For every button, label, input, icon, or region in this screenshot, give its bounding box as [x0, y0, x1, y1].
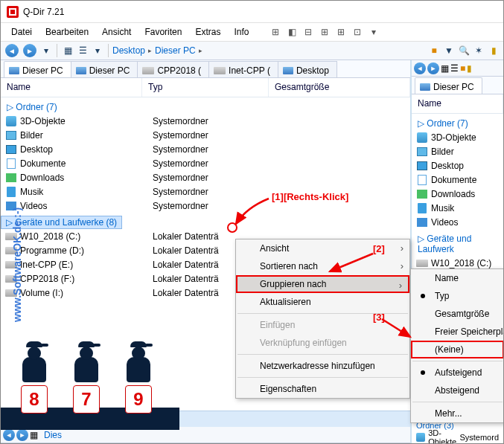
view-icon[interactable]: ▦ [441, 63, 449, 74]
pc-icon [283, 67, 293, 74]
music-icon [7, 187, 16, 197]
list-item: VideosSystemordner [1, 199, 410, 213]
downloads-icon [6, 173, 16, 182]
ctx-gruppieren[interactable]: Gruppieren nach [236, 275, 409, 293]
toolbar: ◄ ► ▾ ▦ ☰ ▾ Desktop ▸ Dieser PC ▸ ■ ▼ 🔍 … [1, 41, 503, 60]
tab-desktop[interactable]: Desktop [278, 61, 337, 77]
sub-absteigend[interactable]: Absteigend [411, 382, 504, 399]
nav-back[interactable]: ◄ [4, 42, 20, 59]
menu-bearbeiten[interactable]: Bearbeiten [39, 25, 95, 39]
app-icon [7, 6, 19, 18]
color-icon[interactable]: ■ [460, 63, 465, 74]
list-item: Dokumente [412, 173, 503, 187]
layout-icon-6[interactable]: ⊡ [351, 25, 364, 39]
menu-favoriten[interactable]: Favoriten [138, 25, 188, 39]
menubar: Datei Bearbeiten Ansicht Favoriten Extra… [1, 23, 503, 41]
menu-extras[interactable]: Extras [189, 25, 226, 39]
chevron-right-icon[interactable]: ▸ [148, 47, 152, 54]
layout-icon-7[interactable]: ▾ [367, 25, 380, 39]
ctx-eigenschaften[interactable]: Eigenschaften [236, 380, 409, 398]
layout-icon-2[interactable]: ◧ [285, 25, 299, 39]
breadcrumb-seg-1[interactable]: Desktop [112, 45, 145, 56]
list-item: Downloads [412, 187, 503, 201]
pictures-icon [6, 131, 16, 140]
downloads-icon [417, 190, 427, 199]
chevron-right-icon[interactable]: ▸ [199, 47, 202, 54]
sub-aufsteigend[interactable]: Aufsteigend [411, 364, 504, 382]
column-headers: Name Typ Gesamtgröße [1, 78, 410, 97]
menu-ansicht[interactable]: Ansicht [96, 25, 137, 39]
view-icon[interactable]: ▦ [30, 430, 38, 440]
nav-fwd-icon[interactable]: ► [427, 62, 439, 74]
group-ordner-r[interactable]: ▷ Ordner (7) [412, 117, 503, 130]
view-list-icon[interactable]: ☰ [450, 63, 459, 74]
column-headers-right: Name [412, 94, 503, 114]
3d-icon [417, 132, 427, 143]
bullet-icon [421, 370, 425, 375]
nav-fwd[interactable]: ► [22, 42, 38, 59]
layout-icon-5[interactable]: ⊞ [334, 25, 348, 39]
sub-gesamtgroesse[interactable]: Gesamtgröße [411, 305, 504, 323]
layout-icon-4[interactable]: ⊞ [318, 25, 331, 39]
tab-dieser-pc-1[interactable]: Dieser PC [4, 61, 71, 77]
pane-right-toolbar: ◄ ► ▦ ☰ ■ ▮ [412, 60, 503, 77]
sub-freier[interactable]: Freier Speicherplat [411, 323, 504, 341]
drive-icon [416, 260, 428, 267]
score-card: 8 [21, 385, 48, 414]
note-icon[interactable]: ▮ [467, 63, 472, 74]
col-size[interactable]: Gesamtgröße [269, 78, 410, 97]
ctx-sortieren[interactable]: Sortieren nach [236, 257, 409, 275]
nav-back-icon[interactable]: ◄ [3, 429, 15, 441]
nav-back-icon[interactable]: ◄ [414, 62, 426, 74]
titlebar: Q-Dir 7.21 [1, 1, 503, 23]
sub-typ[interactable]: Typ [411, 287, 504, 305]
list-item: DesktopSystemordner [1, 142, 410, 156]
sub-name[interactable]: Name [411, 269, 504, 287]
note-icon[interactable]: ▮ [487, 44, 500, 57]
desktop-icon [417, 161, 427, 170]
magnify-icon[interactable]: 🔍 [457, 44, 470, 57]
breadcrumb-dies[interactable]: Dies [44, 430, 62, 440]
list-item: Bilder [412, 144, 503, 158]
nav-fwd-icon[interactable]: ► [16, 429, 28, 441]
sub-mehr[interactable]: Mehr... [411, 405, 504, 422]
pc-icon [9, 67, 19, 74]
separator [237, 377, 408, 378]
col-name[interactable]: Name [1, 78, 142, 97]
tab-dieser-pc-r[interactable]: Dieser PC [415, 77, 482, 94]
sub-keine[interactable]: (Keine) [411, 341, 504, 358]
ctx-aktualisieren[interactable]: Aktualisieren [236, 293, 409, 311]
menu-datei[interactable]: Datei [5, 25, 38, 39]
color-icon[interactable]: ■ [427, 44, 441, 57]
filter-icon[interactable]: ▼ [442, 44, 456, 57]
tab-inet-cpp[interactable]: Inet-CPP ( [208, 61, 278, 77]
score-card: 7 [73, 385, 100, 414]
col-typ[interactable]: Typ [142, 78, 269, 97]
ctx-netzwerk[interactable]: Netzwerkadresse hinzufügen [236, 357, 409, 375]
drive-icon [142, 67, 154, 74]
tab-dieser-pc-2[interactable]: Dieser PC [71, 61, 138, 77]
separator [412, 361, 503, 361]
separator [237, 354, 408, 355]
context-submenu: Name Typ Gesamtgröße Freier Speicherplat… [410, 268, 504, 423]
ctx-ansicht[interactable]: Ansicht [236, 239, 409, 257]
view-grid-icon[interactable]: ▦ [61, 44, 74, 57]
breadcrumb-seg-2[interactable]: Dieser PC [155, 45, 196, 56]
gear-icon[interactable]: ✶ [472, 44, 485, 57]
score-card: 9 [125, 385, 152, 414]
menu-info[interactable]: Info [228, 25, 255, 39]
group-drives-r[interactable]: ▷ Geräte und Laufwerk [412, 232, 503, 256]
view-list-icon[interactable]: ☰ [76, 44, 89, 57]
documents-icon [7, 158, 16, 169]
layout-icon-1[interactable]: ⊞ [269, 25, 282, 39]
view-dropdown-icon[interactable]: ▾ [91, 44, 104, 57]
col-name-r[interactable]: Name [412, 94, 503, 113]
layout-icon-3[interactable]: ⊟ [302, 25, 315, 39]
breadcrumb[interactable]: Desktop ▸ Dieser PC ▸ [112, 45, 426, 56]
list-item: 3D-ObjekteSystemordner [1, 114, 410, 128]
3d-icon [6, 116, 16, 126]
history-dropdown-icon[interactable]: ▾ [39, 44, 53, 57]
group-ordner[interactable]: ▷ Ordner (7) [1, 100, 410, 114]
tab-cpp2018[interactable]: CPP2018 ( [137, 61, 209, 77]
separator [412, 402, 503, 402]
